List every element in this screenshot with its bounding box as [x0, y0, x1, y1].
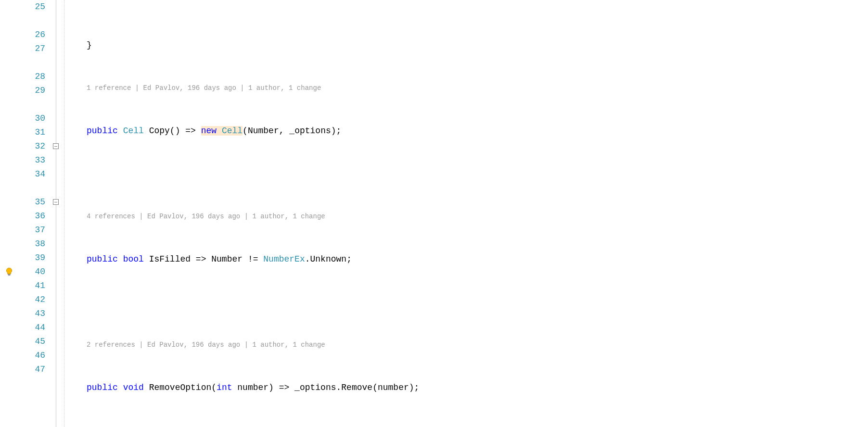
- code-text: number) => _options.Remove(number);: [232, 383, 419, 392]
- line-number: 27: [18, 42, 45, 56]
- line-number: 31: [18, 126, 45, 139]
- outline-margin: [48, 0, 62, 427]
- type: NumberEx: [263, 254, 305, 264]
- keyword: int: [217, 383, 232, 392]
- line-number: 29: [18, 84, 45, 98]
- code-text: Copy() =>: [144, 126, 201, 136]
- keyword: void: [123, 383, 144, 392]
- line-number: 28: [18, 70, 45, 84]
- keyword: new: [201, 126, 217, 136]
- line-number: 40: [18, 265, 45, 279]
- code-line[interactable]: [67, 295, 868, 309]
- line-number: 32: [18, 139, 45, 153]
- line-number: 39: [18, 251, 45, 265]
- line-number: 37: [18, 223, 45, 237]
- glyph-margin: [0, 0, 18, 427]
- indent-guide: [62, 0, 67, 427]
- line-number: 26: [18, 28, 45, 42]
- line-number: 41: [18, 279, 45, 293]
- code-text: (Number, _options);: [243, 126, 341, 136]
- codelens[interactable]: 2 references | Ed Pavlov, 196 days ago |…: [67, 338, 868, 352]
- codelens[interactable]: 4 references | Ed Pavlov, 196 days ago |…: [67, 210, 868, 224]
- line-number: 30: [18, 112, 45, 126]
- line-number: 25: [18, 0, 45, 14]
- svg-rect-1: [8, 275, 11, 276]
- lightbulb-icon[interactable]: [5, 267, 13, 276]
- line-number: 43: [18, 307, 45, 321]
- code-line[interactable]: public void RemoveOption(int number) => …: [67, 381, 868, 395]
- line-number: 34: [18, 167, 45, 181]
- type: Cell: [123, 126, 144, 136]
- line-number-gutter: 25 26 27 28 29 30 31 32 33 34 35 36 37 3…: [18, 0, 48, 427]
- keyword: bool: [123, 254, 144, 264]
- code-text: IsFilled => Number !=: [144, 254, 263, 264]
- line-number: 38: [18, 237, 45, 251]
- code-line[interactable]: public bool IsFilled => Number != Number…: [67, 252, 868, 266]
- svg-rect-0: [8, 274, 11, 275]
- keyword: public: [87, 383, 118, 392]
- code-line[interactable]: [67, 167, 868, 181]
- code-line[interactable]: public Cell Copy() => new Cell(Number, _…: [67, 124, 868, 138]
- line-number: 47: [18, 363, 45, 377]
- code-text: .Unknown;: [305, 254, 352, 264]
- fold-toggle-icon[interactable]: [53, 143, 59, 149]
- code-line[interactable]: }: [67, 38, 868, 52]
- line-number: 44: [18, 321, 45, 335]
- line-number: 36: [18, 209, 45, 223]
- keyword: public: [87, 254, 118, 264]
- fold-toggle-icon[interactable]: [53, 199, 59, 205]
- code-text: RemoveOption(: [144, 383, 217, 392]
- code-area[interactable]: } 1 reference | Ed Pavlov, 196 days ago …: [67, 0, 868, 427]
- code-line[interactable]: [67, 424, 868, 427]
- line-number: 42: [18, 293, 45, 307]
- keyword: public: [87, 126, 118, 136]
- line-number: 46: [18, 349, 45, 363]
- codelens[interactable]: 1 reference | Ed Pavlov, 196 days ago | …: [67, 81, 868, 95]
- type: Cell: [222, 126, 243, 136]
- code-editor[interactable]: 25 26 27 28 29 30 31 32 33 34 35 36 37 3…: [0, 0, 868, 427]
- brace: }: [87, 40, 92, 50]
- line-number: 35: [18, 195, 45, 209]
- line-number: 45: [18, 335, 45, 349]
- line-number: 33: [18, 153, 45, 167]
